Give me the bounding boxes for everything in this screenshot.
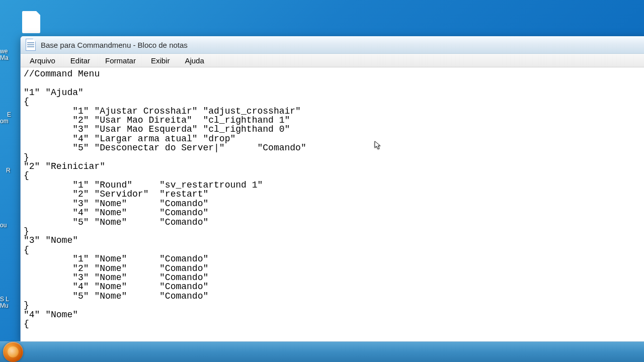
taskbar[interactable]	[0, 341, 644, 362]
menu-file[interactable]: Arquivo	[27, 55, 58, 66]
window-title: Base para Commandmenu - Bloco de notas	[41, 41, 188, 49]
menubar: Arquivo Editar Formatar Exibir Ajuda	[21, 54, 644, 67]
desktop-label: Ma	[0, 55, 9, 61]
titlebar[interactable]: Base para Commandmenu - Bloco de notas	[21, 36, 644, 54]
start-button[interactable]	[3, 342, 23, 362]
menu-format[interactable]: Formatar	[102, 55, 139, 66]
menu-view[interactable]: Exibir	[148, 55, 173, 66]
file-icon	[22, 11, 40, 33]
menu-help[interactable]: Ajuda	[182, 55, 207, 66]
notepad-window: Base para Commandmenu - Bloco de notas A…	[20, 36, 644, 342]
desktop-label: ou	[0, 222, 7, 229]
desktop-label: Mu	[0, 303, 9, 309]
menu-edit[interactable]: Editar	[67, 55, 93, 66]
desktop: we Ma E om R ou S L Mu Base para Command…	[0, 0, 644, 362]
text-editor[interactable]: //Command Menu "1" "Ajuda" { "1" "Ajusta…	[21, 67, 644, 341]
notepad-icon	[26, 39, 36, 51]
desktop-label: R	[6, 167, 11, 174]
desktop-label: om	[0, 118, 9, 125]
